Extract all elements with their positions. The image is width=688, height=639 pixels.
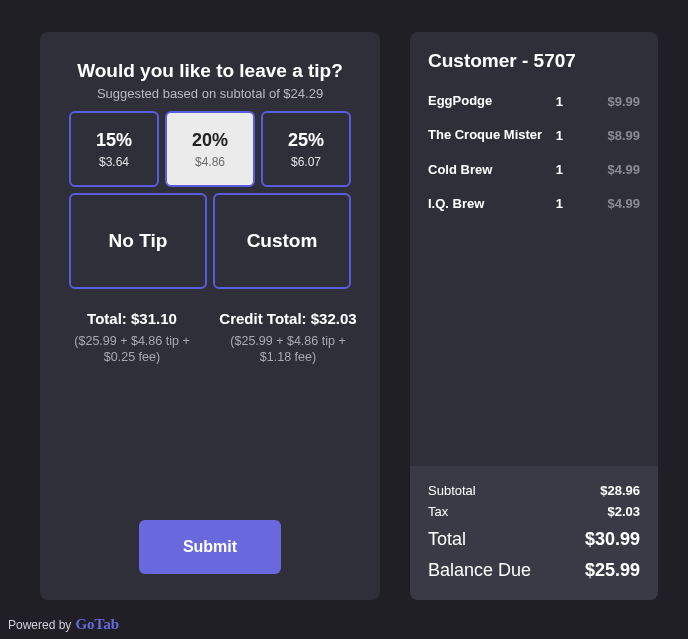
order-summary: Subtotal $28.96 Tax $2.03 Total $30.99 B… (410, 466, 658, 600)
tip-heading: Would you like to leave a tip? (62, 60, 358, 82)
totals-row: Total: $31.10 ($25.99 + $4.86 tip + $0.2… (62, 309, 358, 366)
item-price: $8.99 (572, 128, 640, 143)
item-price: $4.99 (572, 196, 640, 211)
tip-option-15[interactable]: 15% $3.64 (69, 111, 159, 187)
tip-options: 15% $3.64 20% $4.86 25% $6.07 No Tip Cus… (62, 111, 358, 289)
subtotal-value: $28.96 (600, 483, 640, 498)
order-panel: Customer - 5707 EggPodge 1 $9.99 The Cro… (410, 32, 658, 600)
item-qty: 1 (547, 162, 572, 177)
order-item: Cold Brew 1 $4.99 (428, 153, 640, 187)
order-item: The Croque Mister 1 $8.99 (428, 118, 640, 152)
powered-label: Powered by (8, 618, 71, 632)
total-value: $30.99 (585, 529, 640, 550)
tax-label: Tax (428, 504, 448, 519)
tip-option-20[interactable]: 20% $4.86 (165, 111, 255, 187)
order-items: EggPodge 1 $9.99 The Croque Mister 1 $8.… (410, 84, 658, 221)
tip-subtext: Suggested based on subtotal of $24.29 (62, 86, 358, 101)
item-qty: 1 (547, 128, 572, 143)
balance-label: Balance Due (428, 560, 531, 581)
order-item: EggPodge 1 $9.99 (428, 84, 640, 118)
item-qty: 1 (547, 196, 572, 211)
total-label: Total (428, 529, 466, 550)
no-tip-label: No Tip (101, 229, 176, 253)
credit-total-breakdown: ($25.99 + $4.86 tip + $1.18 fee) (218, 333, 358, 367)
summary-balance: Balance Due $25.99 (428, 557, 640, 584)
total-cash: Total: $31.10 ($25.99 + $4.86 tip + $0.2… (62, 309, 202, 366)
item-name: The Croque Mister (428, 127, 547, 143)
submit-button[interactable]: Submit (139, 520, 281, 574)
order-item: I.Q. Brew 1 $4.99 (428, 187, 640, 221)
summary-subtotal: Subtotal $28.96 (428, 480, 640, 501)
brand-logo: GoTab (75, 616, 119, 633)
tip-panel: Would you like to leave a tip? Suggested… (40, 32, 380, 600)
tip-amount: $3.64 (99, 155, 129, 169)
tip-percent: 25% (288, 130, 324, 151)
balance-value: $25.99 (585, 560, 640, 581)
item-name: I.Q. Brew (428, 196, 547, 212)
custom-label: Custom (239, 229, 326, 253)
summary-tax: Tax $2.03 (428, 501, 640, 522)
total-credit: Credit Total: $32.03 ($25.99 + $4.86 tip… (218, 309, 358, 366)
item-price: $4.99 (572, 162, 640, 177)
tip-percent: 20% (192, 130, 228, 151)
item-name: Cold Brew (428, 162, 547, 178)
credit-total-label: Credit Total: $32.03 (218, 309, 358, 329)
tip-amount: $6.07 (291, 155, 321, 169)
tip-option-custom[interactable]: Custom (213, 193, 351, 289)
summary-total: Total $30.99 (428, 526, 640, 553)
item-qty: 1 (547, 94, 572, 109)
subtotal-label: Subtotal (428, 483, 476, 498)
item-price: $9.99 (572, 94, 640, 109)
total-breakdown: ($25.99 + $4.86 tip + $0.25 fee) (62, 333, 202, 367)
tip-percent: 15% (96, 130, 132, 151)
item-name: EggPodge (428, 93, 547, 109)
powered-by: Powered by GoTab (8, 616, 119, 633)
tip-amount: $4.86 (195, 155, 225, 169)
order-header: Customer - 5707 (410, 32, 658, 84)
tip-option-25[interactable]: 25% $6.07 (261, 111, 351, 187)
total-label: Total: $31.10 (62, 309, 202, 329)
tax-value: $2.03 (607, 504, 640, 519)
tip-option-no-tip[interactable]: No Tip (69, 193, 207, 289)
